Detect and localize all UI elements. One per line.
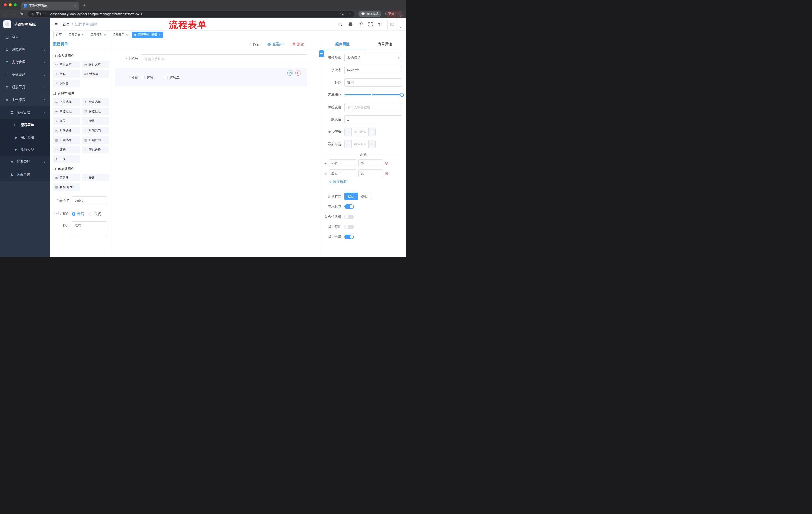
palette-chip-table[interactable]: ▦表格[开发中] bbox=[53, 183, 80, 191]
tag-process-definition[interactable]: 流程定义 × bbox=[66, 32, 86, 38]
component-type-select[interactable]: 多选框组 ▾ bbox=[344, 54, 402, 62]
palette-chip-time-picker[interactable]: ◷时间选择 bbox=[53, 127, 80, 134]
required-toggle[interactable] bbox=[344, 235, 354, 239]
disabled-toggle[interactable] bbox=[344, 224, 354, 229]
github-icon[interactable] bbox=[348, 22, 353, 27]
default-value-input[interactable] bbox=[344, 115, 402, 124]
palette-chip-radio-group[interactable]: ◉单选框组 bbox=[53, 108, 80, 115]
palette-chip-button[interactable]: ⌖按钮 bbox=[82, 174, 110, 181]
decrease-button[interactable]: − bbox=[345, 128, 352, 136]
fullscreen-icon[interactable] bbox=[368, 22, 373, 26]
tag-close-icon[interactable]: × bbox=[82, 33, 84, 36]
close-window-button[interactable] bbox=[3, 3, 6, 6]
delete-widget-button[interactable] bbox=[295, 70, 301, 76]
palette-chip-multiline-text[interactable]: ▤多行文本 bbox=[82, 61, 110, 68]
palette-chip-single-text[interactable]: ▭单行文本 bbox=[53, 61, 80, 68]
palette-chip-rate[interactable]: ☆评分 bbox=[53, 146, 80, 154]
palette-chip-upload[interactable]: ↥上传 bbox=[53, 155, 80, 163]
new-tab-button[interactable]: + bbox=[83, 2, 86, 8]
minimize-window-button[interactable] bbox=[8, 3, 11, 6]
option-name-input[interactable] bbox=[329, 169, 356, 177]
tag-close-icon[interactable]: × bbox=[104, 33, 106, 36]
style-default-button[interactable]: 默认 bbox=[344, 193, 358, 200]
tag-close-icon[interactable]: × bbox=[126, 33, 128, 36]
border-toggle[interactable] bbox=[344, 215, 354, 219]
sidebar-item-process-form[interactable]: ❏ 流程表单 bbox=[0, 119, 50, 131]
palette-chip-date-range[interactable]: ▥日期范围 bbox=[82, 136, 110, 144]
tab-form-props[interactable]: 表单属性 bbox=[364, 39, 406, 49]
option-value-input[interactable] bbox=[358, 169, 383, 177]
sidebar-item-infrastructure[interactable]: ⊞ 基础设施 ∨ bbox=[0, 69, 50, 81]
drag-handle-icon[interactable]: ≡ bbox=[324, 171, 327, 175]
tag-home[interactable]: 首页 bbox=[53, 32, 64, 38]
update-label[interactable]: 更新 bbox=[388, 12, 395, 16]
palette-chip-editor[interactable]: ✎编辑器 bbox=[53, 80, 80, 87]
style-button-button[interactable]: 按钮 bbox=[358, 193, 371, 200]
title-input[interactable] bbox=[344, 78, 402, 86]
address-bar[interactable]: ⚠ 不安全 dashboard.yudao.iocoder.cn/bpm/man… bbox=[28, 10, 354, 17]
label-width-input[interactable] bbox=[344, 103, 402, 111]
palette-chip-switch[interactable]: ◐开关 bbox=[53, 117, 80, 125]
status-off-radio[interactable]: 关闭 bbox=[89, 212, 102, 216]
sidebar-item-payment[interactable]: ¥ 支付管理 ∨ bbox=[0, 56, 50, 69]
password-key-icon[interactable] bbox=[340, 12, 344, 16]
palette-chip-cascader[interactable]: ⋔级联选择 bbox=[82, 98, 110, 106]
form-name-input[interactable] bbox=[72, 196, 107, 205]
option-value-input[interactable] bbox=[358, 159, 383, 167]
sidebar-item-home[interactable]: ◰ 首页 bbox=[0, 31, 50, 43]
show-label-toggle[interactable] bbox=[344, 205, 354, 209]
increase-button[interactable]: + bbox=[368, 128, 375, 136]
security-label[interactable]: 不安全 bbox=[36, 12, 46, 16]
browser-tab[interactable]: 芋道管理系统 × bbox=[21, 2, 79, 9]
view-json-button[interactable]: 查看json bbox=[267, 42, 285, 47]
browser-update-button[interactable]: 更新 ⋮ bbox=[385, 10, 403, 17]
widget-gender-field-selected[interactable]: 性别 选项一 选项二 bbox=[115, 69, 307, 86]
sidebar-item-process-model[interactable]: ➤ 流程模型 bbox=[0, 143, 50, 156]
forward-icon[interactable]: → bbox=[11, 12, 16, 16]
save-button[interactable]: ✓ 保存 bbox=[249, 42, 260, 47]
sidebar-item-system[interactable]: ⚙ 系统管理 ∨ bbox=[0, 43, 50, 56]
palette-chip-color-picker[interactable]: ◑颜色选择 bbox=[82, 146, 110, 154]
copy-widget-button[interactable] bbox=[287, 70, 293, 76]
help-icon[interactable]: ? bbox=[358, 22, 363, 26]
palette-chip-dropdown[interactable]: ◎下拉选择 bbox=[53, 98, 80, 106]
gender-option2-checkbox[interactable]: 选项二 bbox=[164, 76, 180, 80]
back-icon[interactable]: ← bbox=[3, 12, 7, 16]
sidebar-item-task-management[interactable]: ⋔ 任务管理 ∨ bbox=[0, 156, 50, 168]
sidebar-item-workflow[interactable]: ❖ 工作流程 ∧ bbox=[0, 93, 50, 106]
sidebar-toggle-icon[interactable]: ≡ bbox=[55, 22, 58, 27]
link-icon[interactable] bbox=[319, 50, 324, 57]
increase-button[interactable]: + bbox=[368, 140, 375, 148]
drag-handle-icon[interactable]: ≡ bbox=[324, 161, 327, 165]
palette-chip-time-range[interactable]: ◔时间范围 bbox=[82, 127, 110, 134]
browser-menu-icon[interactable]: ⋮ bbox=[397, 12, 400, 16]
reload-icon[interactable]: ↻ bbox=[20, 11, 24, 16]
slider-handle[interactable] bbox=[400, 93, 404, 97]
phone-input[interactable] bbox=[141, 54, 307, 63]
max-select-input[interactable] bbox=[352, 140, 368, 148]
palette-chip-slider[interactable]: ⊷滑块 bbox=[82, 117, 110, 125]
avatar[interactable] bbox=[387, 20, 397, 29]
zoom-window-button[interactable] bbox=[13, 3, 17, 6]
sidebar-item-process-management[interactable]: ≣ 流程管理 ∧ bbox=[0, 106, 50, 119]
tag-process-model[interactable]: 流程模型 × bbox=[88, 32, 109, 38]
remove-option-icon[interactable]: ⊖ bbox=[385, 161, 388, 165]
sidebar-item-user-groups[interactable]: ☻ 用户分组 bbox=[0, 131, 50, 143]
decrease-button[interactable]: − bbox=[345, 140, 352, 148]
form-remark-textarea[interactable]: 嘿嘿 bbox=[72, 221, 107, 236]
palette-chip-checkbox-group[interactable]: ☑多选框组 bbox=[82, 108, 110, 115]
search-icon[interactable] bbox=[338, 22, 343, 27]
min-select-input[interactable] bbox=[352, 128, 368, 136]
form-grid-slider[interactable] bbox=[344, 94, 402, 95]
clear-button[interactable]: 清空 bbox=[292, 42, 304, 47]
sidebar-item-leave-query[interactable]: ♟ 请假查询 bbox=[0, 168, 50, 181]
add-option-button[interactable]: ⊕ 添加选项 bbox=[328, 180, 402, 184]
url-text[interactable]: dashboard.yudao.iocoder.cn/bpm/manager/f… bbox=[51, 12, 143, 16]
tag-close-icon[interactable]: × bbox=[158, 33, 161, 36]
tag-process-form[interactable]: 流程表单 × bbox=[110, 32, 130, 38]
tab-component-props[interactable]: 组件属性 bbox=[321, 39, 364, 49]
palette-chip-counter[interactable]: 123计数器 bbox=[82, 70, 110, 78]
field-name-input[interactable] bbox=[344, 66, 402, 74]
tab-close-icon[interactable]: × bbox=[74, 4, 77, 8]
breadcrumb-home[interactable]: 首页 bbox=[63, 22, 69, 27]
